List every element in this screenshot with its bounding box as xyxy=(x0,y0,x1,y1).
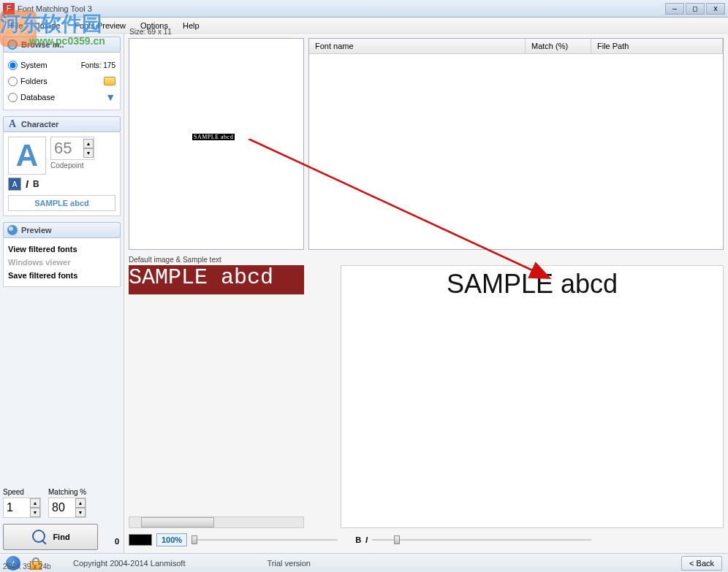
source-image-area[interactable]: Size: 69 x 11 SAMPLE abcd xyxy=(129,38,304,250)
statusbar: i Copyright 2004-2014 Lanmisoft Trial ve… xyxy=(0,553,728,572)
matching-input[interactable] xyxy=(49,498,75,517)
preview-header-label: Preview xyxy=(21,226,52,234)
col-filepath[interactable]: File Path xyxy=(591,39,723,53)
menu-help[interactable]: Help xyxy=(177,20,205,31)
preview-icon xyxy=(7,224,18,236)
speed-input[interactable] xyxy=(4,498,30,517)
speed-down[interactable]: ▼ xyxy=(30,508,40,517)
codepoint-input[interactable] xyxy=(51,137,83,159)
radio-system-label: System xyxy=(20,61,78,69)
color-swatch[interactable] xyxy=(129,534,152,546)
find-count: 0 xyxy=(115,537,119,546)
character-glyph: A xyxy=(8,137,46,175)
sample-text-input[interactable] xyxy=(8,195,115,211)
browse-icon xyxy=(7,39,18,50)
preview-left: SAMPLE abcd xyxy=(129,265,304,294)
maximize-button[interactable]: □ xyxy=(686,3,705,15)
browse-header: Browse in.. xyxy=(3,37,121,53)
italic-icon[interactable]: I xyxy=(26,178,29,190)
fonts-count: Fonts: 175 xyxy=(81,61,115,69)
content-area: Size: 69 x 11 SAMPLE abcd Font name Matc… xyxy=(124,34,728,553)
search-icon xyxy=(31,528,48,546)
character-header: A Character xyxy=(3,116,121,132)
back-button[interactable]: < Back xyxy=(681,556,722,571)
svg-point-1 xyxy=(9,41,16,48)
sample-tiny: SAMPLE abcd xyxy=(192,134,235,140)
radio-database-label: Database xyxy=(20,93,102,102)
matching-label: Matching % xyxy=(48,488,86,496)
sidebar: Browse in.. System Fonts: 175 Folders Da… xyxy=(0,34,124,553)
zoom-level[interactable]: 100% xyxy=(156,533,187,546)
codepoint-label: Codepoint xyxy=(50,161,84,169)
close-button[interactable]: x xyxy=(706,3,725,15)
speed-label: Speed xyxy=(3,488,41,496)
default-label: Default image & Sample text xyxy=(129,254,724,265)
link-save-filtered[interactable]: Save filtered fonts xyxy=(8,269,115,282)
zoom-slider[interactable] xyxy=(192,534,338,546)
bold-icon[interactable]: B xyxy=(33,179,39,189)
menubar: File Image Fonts Preview Options Help xyxy=(0,18,728,34)
horizontal-scrollbar[interactable] xyxy=(129,516,304,528)
radio-database[interactable] xyxy=(8,93,18,102)
trial-text: Trial version xyxy=(267,559,311,568)
radio-system[interactable] xyxy=(8,61,18,70)
link-windows-viewer: Windows viewer xyxy=(8,256,115,269)
menu-file[interactable]: File xyxy=(4,20,29,31)
image-dimensions-status: 254 x 39 x 24b xyxy=(3,563,51,571)
titlebar: F Font Matching Tool 3 — □ x xyxy=(0,0,728,18)
radio-folders-label: Folders xyxy=(20,77,101,85)
matching-down[interactable]: ▼ xyxy=(75,508,86,517)
menu-fonts-preview[interactable]: Fonts Preview xyxy=(69,20,132,31)
browse-header-label: Browse in.. xyxy=(21,40,64,49)
col-match[interactable]: Match (%) xyxy=(526,39,591,53)
italic-toggle[interactable]: I xyxy=(365,535,368,544)
character-header-label: Character xyxy=(21,120,58,129)
preview-right: SAMPLE abcd xyxy=(341,265,724,528)
folder-icon[interactable] xyxy=(104,77,115,85)
codepoint-up[interactable]: ▲ xyxy=(83,139,94,148)
window-title: Font Matching Tool 3 xyxy=(18,4,665,13)
copyright-text: Copyright 2004-2014 Lanmisoft xyxy=(73,559,185,568)
codepoint-down[interactable]: ▼ xyxy=(83,148,94,158)
minimize-button[interactable]: — xyxy=(665,3,684,15)
menu-image[interactable]: Image xyxy=(32,20,67,31)
speed-up[interactable]: ▲ xyxy=(30,498,40,508)
results-table: Font name Match (%) File Path xyxy=(308,38,724,250)
find-button[interactable]: Find xyxy=(3,524,98,550)
link-view-filtered[interactable]: View filtered fonts xyxy=(8,243,115,256)
col-fontname[interactable]: Font name xyxy=(309,39,526,53)
app-icon: F xyxy=(3,3,15,15)
radio-folders[interactable] xyxy=(8,77,18,86)
size-slider[interactable] xyxy=(372,534,591,546)
bold-toggle[interactable]: B xyxy=(355,535,361,544)
image-size-label: Size: 69 x 11 xyxy=(129,28,172,36)
matching-up[interactable]: ▲ xyxy=(75,498,86,508)
svg-point-3 xyxy=(9,226,13,231)
character-icon: A xyxy=(7,118,18,130)
preview-header: Preview xyxy=(3,222,121,238)
char-tool-a[interactable]: A xyxy=(8,178,21,191)
filter-icon[interactable]: ▼ xyxy=(105,91,115,103)
